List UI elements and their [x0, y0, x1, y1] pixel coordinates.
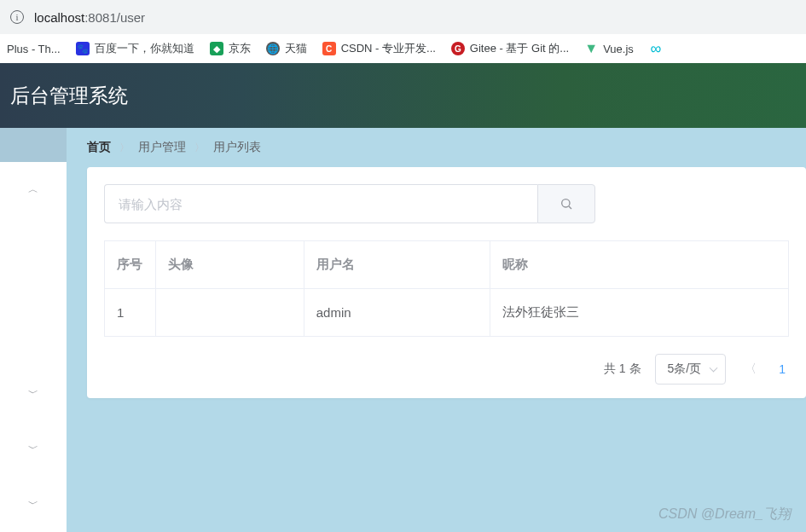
sidebar: ︿ ﹀ ﹀ ﹀	[0, 128, 67, 532]
gitee-icon: G	[451, 42, 465, 55]
sidebar-item-3[interactable]: ﹀	[0, 421, 67, 477]
table-header-row: 序号 头像 用户名 昵称	[105, 241, 789, 289]
tmall-icon: 🌐	[266, 42, 280, 55]
bookmark-tmall[interactable]: 🌐天猫	[266, 41, 307, 56]
bookmarks-bar: Plus - Th... 🐾百度一下，你就知道 ◆京东 🌐天猫 CCSDN - …	[0, 34, 806, 63]
bookmark-baidu[interactable]: 🐾百度一下，你就知道	[76, 41, 194, 56]
svg-line-1	[569, 206, 571, 209]
breadcrumb-mid[interactable]: 用户管理	[138, 140, 186, 155]
th-nickname: 昵称	[490, 241, 788, 289]
cell-nickname: 法外狂徒张三	[490, 289, 788, 337]
bookmark-more[interactable]: ∞	[649, 42, 663, 55]
sidebar-item-4[interactable]: ﹀	[0, 477, 67, 532]
sidebar-item-1[interactable]: ︿	[0, 162, 67, 217]
breadcrumb-last[interactable]: 用户列表	[213, 140, 261, 155]
pager-pagesize-select[interactable]: 5条/页	[655, 354, 727, 385]
app-title: 后台管理系统	[10, 83, 128, 109]
url-bar[interactable]: i localhost:8081/user	[0, 0, 806, 34]
pager-prev[interactable]: 〈	[739, 361, 762, 377]
csdn-icon: C	[322, 42, 336, 55]
cell-avatar	[156, 289, 304, 337]
th-avatar: 头像	[156, 241, 304, 289]
info-icon[interactable]: i	[10, 10, 24, 24]
chevron-down-icon: ﹀	[28, 442, 38, 456]
bookmark-gitee[interactable]: GGitee - 基于 Git 的...	[451, 41, 569, 56]
table-row[interactable]: 1 admin 法外狂徒张三	[105, 289, 789, 337]
breadcrumb: 首页 〉 用户管理 〉 用户列表	[67, 128, 806, 167]
app-header: 后台管理系统	[0, 63, 806, 128]
th-username: 用户名	[304, 241, 490, 289]
cell-index: 1	[105, 289, 156, 337]
content-area: 首页 〉 用户管理 〉 用户列表 序号 头像 用户名 昵称	[67, 128, 806, 532]
svg-point-0	[562, 200, 570, 207]
search-row	[104, 184, 789, 223]
chevron-right-icon: 〉	[119, 141, 130, 155]
chevron-down-icon: ﹀	[28, 497, 38, 512]
cell-username: admin	[304, 289, 490, 337]
chevron-up-icon: ︿	[28, 182, 38, 197]
bookmark-jd[interactable]: ◆京东	[210, 41, 251, 56]
search-input[interactable]	[104, 184, 537, 223]
baidu-icon: 🐾	[76, 42, 90, 55]
bookmark-csdn[interactable]: CCSDN - 专业开发...	[322, 41, 436, 56]
th-index: 序号	[105, 241, 156, 289]
pager-total: 共 1 条	[604, 361, 641, 377]
bookmark-vue[interactable]: ▼Vue.js	[584, 42, 634, 55]
chevron-right-icon: 〉	[194, 141, 205, 155]
sidebar-active-strip	[0, 128, 67, 162]
pager-current-page[interactable]: 1	[775, 362, 789, 376]
chevron-down-icon: ﹀	[28, 386, 38, 401]
vue-icon: ▼	[584, 42, 598, 55]
bookmark-element-plus[interactable]: Plus - Th...	[7, 43, 61, 55]
url-text: localhost:8081/user	[34, 10, 145, 25]
user-table: 序号 头像 用户名 昵称 1 admin 法外狂徒张三	[104, 240, 789, 337]
breadcrumb-home[interactable]: 首页	[87, 140, 111, 155]
infinity-icon: ∞	[649, 42, 663, 55]
jd-icon: ◆	[210, 42, 223, 55]
search-icon	[560, 197, 573, 211]
pagination: 共 1 条 5条/页 〈 1	[104, 354, 789, 385]
search-button[interactable]	[537, 184, 595, 223]
main-card: 序号 头像 用户名 昵称 1 admin 法外狂徒张三 共 1	[87, 167, 806, 398]
sidebar-item-2[interactable]: ﹀	[0, 366, 67, 421]
